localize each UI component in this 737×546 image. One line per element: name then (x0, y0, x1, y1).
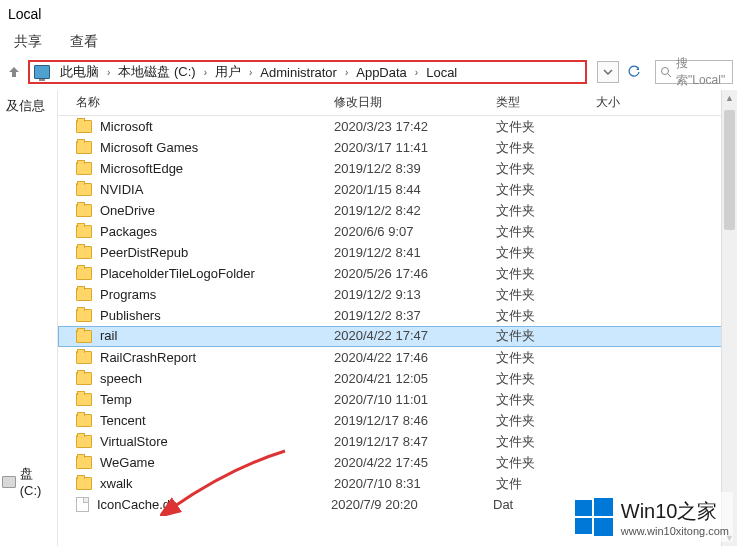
file-row[interactable]: Tencent2019/12/17 8:46文件夹 (58, 410, 737, 431)
file-row[interactable]: xwalk2020/7/10 8:31文件 (58, 473, 737, 494)
sidebar: 及信息 盘 (C:) (0, 90, 58, 546)
file-date: 2019/12/2 9:13 (334, 287, 496, 302)
file-date: 2020/4/22 17:47 (334, 328, 496, 343)
drive-icon (2, 476, 16, 488)
crumb-appdata[interactable]: AppData (352, 65, 411, 80)
file-date: 2020/7/10 11:01 (334, 392, 496, 407)
folder-icon (76, 477, 92, 490)
file-type: 文件夹 (496, 265, 596, 283)
sidebar-drive-c[interactable]: 盘 (C:) (2, 465, 57, 498)
folder-icon (76, 414, 92, 427)
file-row[interactable]: Temp2020/7/10 11:01文件夹 (58, 389, 737, 410)
file-type: 文件夹 (496, 327, 596, 345)
file-name: PlaceholderTileLogoFolder (100, 266, 334, 281)
chevron-right-icon[interactable]: › (341, 67, 352, 78)
file-name: Microsoft Games (100, 140, 334, 155)
crumb-drive-c[interactable]: 本地磁盘 (C:) (114, 63, 199, 81)
file-row[interactable]: PeerDistRepub2019/12/2 8:41文件夹 (58, 242, 737, 263)
file-date: 2019/12/17 8:47 (334, 434, 496, 449)
file-row[interactable]: VirtualStore2019/12/17 8:47文件夹 (58, 431, 737, 452)
file-date: 2019/12/2 8:42 (334, 203, 496, 218)
menu-share[interactable]: 共享 (0, 29, 56, 55)
folder-icon (76, 120, 92, 133)
file-date: 2020/7/10 8:31 (334, 476, 496, 491)
scrollbar-thumb[interactable] (724, 110, 735, 230)
search-placeholder: 搜索"Local" (676, 55, 728, 89)
column-header-name[interactable]: 名称 (76, 94, 334, 111)
folder-icon (76, 435, 92, 448)
crumb-users[interactable]: 用户 (211, 63, 245, 81)
file-row[interactable]: Programs2019/12/2 9:13文件夹 (58, 284, 737, 305)
folder-icon (76, 267, 92, 280)
file-type: 文件夹 (496, 118, 596, 136)
file-row[interactable]: MicrosoftEdge2019/12/2 8:39文件夹 (58, 158, 737, 179)
file-row[interactable]: Publishers2019/12/2 8:37文件夹 (58, 305, 737, 326)
svg-rect-3 (594, 498, 613, 516)
file-name: WeGame (100, 455, 334, 470)
watermark: Win10之家 www.win10xitong.com (569, 492, 733, 542)
vertical-scrollbar[interactable]: ▲ ▼ (721, 90, 737, 546)
navigation-bar: 此电脑 › 本地磁盘 (C:) › 用户 › Administrator › A… (0, 58, 737, 86)
file-date: 2020/6/6 9:07 (334, 224, 496, 239)
file-row[interactable]: rail2020/4/22 17:47文件夹 (58, 326, 737, 347)
file-type: 文件夹 (496, 223, 596, 241)
file-type: 文件夹 (496, 391, 596, 409)
file-date: 2019/12/2 8:37 (334, 308, 496, 323)
crumb-this-pc[interactable]: 此电脑 (56, 63, 103, 81)
sidebar-item[interactable]: 及信息 (0, 90, 57, 122)
column-header-size[interactable]: 大小 (596, 94, 676, 111)
file-date: 2019/12/2 8:39 (334, 161, 496, 176)
file-row[interactable]: WeGame2020/4/22 17:45文件夹 (58, 452, 737, 473)
folder-icon (76, 330, 92, 343)
folder-icon (76, 393, 92, 406)
file-name: rail (100, 328, 334, 343)
scroll-up-icon[interactable]: ▲ (722, 90, 737, 106)
folder-icon (76, 309, 92, 322)
chevron-right-icon[interactable]: › (411, 67, 422, 78)
crumb-administrator[interactable]: Administrator (256, 65, 341, 80)
crumb-local[interactable]: Local (422, 65, 461, 80)
file-type: 文件夹 (496, 370, 596, 388)
folder-icon (76, 351, 92, 364)
folder-icon (76, 456, 92, 469)
column-header-type[interactable]: 类型 (496, 94, 596, 111)
file-name: PeerDistRepub (100, 245, 334, 260)
file-row[interactable]: OneDrive2019/12/2 8:42文件夹 (58, 200, 737, 221)
file-row[interactable]: PlaceholderTileLogoFolder2020/5/26 17:46… (58, 263, 737, 284)
file-name: Publishers (100, 308, 334, 323)
file-row[interactable]: NVIDIA2020/1/15 8:44文件夹 (58, 179, 737, 200)
nav-up-button[interactable] (4, 62, 24, 82)
file-type: 文件夹 (496, 160, 596, 178)
folder-icon (76, 288, 92, 301)
file-name: RailCrashReport (100, 350, 334, 365)
file-date: 2020/1/15 8:44 (334, 182, 496, 197)
file-name: MicrosoftEdge (100, 161, 334, 176)
breadcrumb[interactable]: 此电脑 › 本地磁盘 (C:) › 用户 › Administrator › A… (28, 60, 587, 84)
file-row[interactable]: RailCrashReport2020/4/22 17:46文件夹 (58, 347, 737, 368)
file-name: Programs (100, 287, 334, 302)
chevron-right-icon[interactable]: › (103, 67, 114, 78)
file-row[interactable]: Packages2020/6/6 9:07文件夹 (58, 221, 737, 242)
svg-rect-2 (575, 500, 592, 516)
search-input[interactable]: 搜索"Local" (655, 60, 733, 84)
file-name: NVIDIA (100, 182, 334, 197)
history-dropdown-button[interactable] (597, 61, 619, 83)
refresh-button[interactable] (623, 61, 645, 83)
file-type: 文件 (496, 475, 596, 493)
file-date: 2020/3/23 17:42 (334, 119, 496, 134)
column-header-modified[interactable]: 修改日期 (334, 94, 496, 111)
file-row[interactable]: Microsoft2020/3/23 17:42文件夹 (58, 116, 737, 137)
file-date: 2020/5/26 17:46 (334, 266, 496, 281)
file-row[interactable]: speech2020/4/21 12:05文件夹 (58, 368, 737, 389)
svg-line-1 (668, 74, 671, 77)
menu-view[interactable]: 查看 (56, 29, 112, 55)
chevron-right-icon[interactable]: › (245, 67, 256, 78)
file-row[interactable]: Microsoft Games2020/3/17 11:41文件夹 (58, 137, 737, 158)
svg-point-0 (662, 68, 669, 75)
chevron-right-icon[interactable]: › (200, 67, 211, 78)
search-icon (660, 66, 672, 78)
file-name: IconCache.db (97, 497, 331, 512)
folder-icon (76, 372, 92, 385)
file-date: 2020/7/9 20:20 (331, 497, 493, 512)
file-name: speech (100, 371, 334, 386)
